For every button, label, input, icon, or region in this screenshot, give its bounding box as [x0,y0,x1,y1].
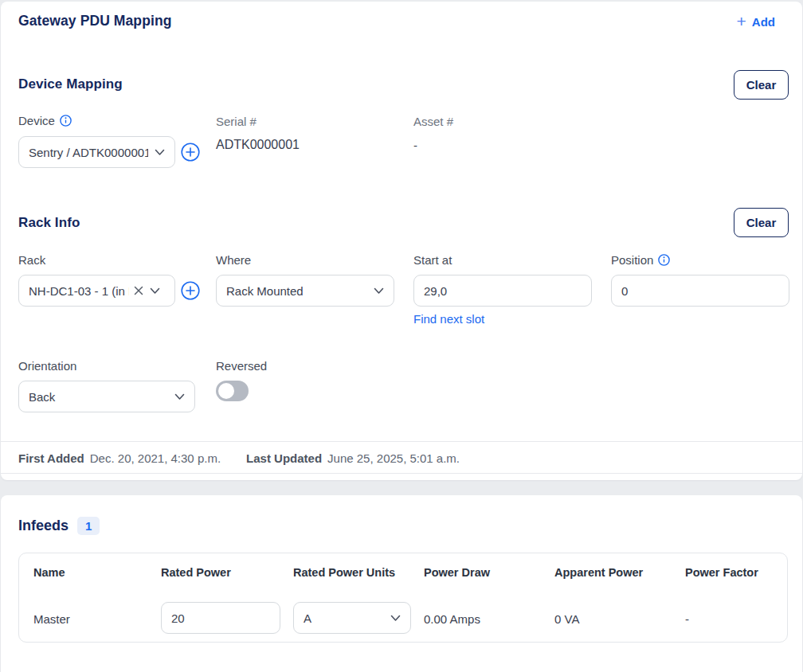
asset-value: - [413,139,417,152]
rated-power-units-value: A [304,611,390,625]
device-select-value: Sentry / ADTK0000001 [29,146,148,159]
clear-x-icon[interactable] [134,286,143,295]
orientation-label: Orientation [18,359,76,373]
col-header-rated-power-units: Rated Power Units [293,566,395,579]
rack-select[interactable]: NH-DC1-03 - 1 (in NH [18,275,175,307]
rack-info-clear-button[interactable]: Clear [734,208,789,237]
apparent-power-value: 0 VA [554,612,579,626]
where-select[interactable]: Rack Mounted [216,275,394,307]
first-added: First Added Dec. 20, 2021, 4:30 p.m. [18,451,221,465]
find-next-slot-link[interactable]: Find next slot [413,312,484,326]
infeeds-heading: Infeeds [18,518,69,534]
position-label: Position [611,253,670,267]
device-mapping-clear-button[interactable]: Clear [734,70,789,100]
start-at-input-value: 29,0 [424,284,447,298]
power-draw-value: 0.00 Amps [424,612,480,626]
infeeds-count-badge: 1 [77,517,100,535]
where-select-value: Rack Mounted [226,284,367,298]
last-updated-value: June 25, 2025, 5:01 a.m. [327,451,460,465]
first-added-value: Dec. 20, 2021, 4:30 p.m. [90,451,221,465]
record-timestamps: First Added Dec. 20, 2021, 4:30 p.m. Las… [18,451,460,465]
info-icon[interactable] [658,254,670,266]
power-factor-value: - [685,612,689,626]
card-bottom-divider [1,473,802,474]
chevron-down-icon [155,149,165,156]
infeeds-card: Infeeds 1 Name Rated Power Rated Power U… [1,495,802,672]
start-at-label: Start at [413,253,452,267]
rated-power-units-select[interactable]: A [293,602,411,634]
serial-label: Serial # [216,115,257,128]
last-updated-label: Last Updated [246,451,322,465]
rack-label: Rack [18,253,45,267]
rack-select-value: NH-DC1-03 - 1 (in NH [29,284,129,298]
where-label: Where [216,253,251,267]
chevron-down-icon [390,615,401,622]
col-header-power-draw: Power Draw [424,566,490,579]
device-label: Device [18,114,72,127]
position-input-value: 0 [621,284,628,298]
position-input[interactable]: 0 [611,275,789,307]
device-mapping-heading: Device Mapping [18,76,123,92]
col-header-apparent-power: Apparent Power [554,566,643,579]
plus-icon: + [737,14,746,29]
infeeds-header: Infeeds 1 [18,517,100,535]
add-button[interactable]: + Add [737,14,775,29]
add-device-icon[interactable] [181,143,200,162]
start-at-input[interactable]: 29,0 [413,275,592,307]
infeed-name: Master [33,612,70,626]
infeeds-table: Name Rated Power Rated Power Units Power… [18,553,788,643]
gateway-pdu-mapping-card: Gateway PDU Mapping + Add Device Mapping… [1,2,802,480]
serial-value: ADTK0000001 [216,138,300,152]
asset-label: Asset # [413,115,453,128]
col-header-rated-power: Rated Power [161,566,231,579]
col-header-name: Name [33,566,65,579]
chevron-down-icon [150,287,160,295]
rated-power-input-value: 20 [171,611,185,625]
first-added-label: First Added [18,451,84,465]
add-button-label: Add [752,15,775,29]
last-updated: Last Updated June 25, 2025, 5:01 a.m. [246,451,460,465]
page-title: Gateway PDU Mapping [18,13,172,29]
rated-power-input[interactable]: 20 [161,602,280,634]
col-header-power-factor: Power Factor [685,566,758,579]
reversed-toggle[interactable] [216,381,249,401]
toggle-knob [218,383,234,399]
chevron-down-icon [174,393,185,400]
reversed-label: Reversed [216,359,267,373]
info-icon[interactable] [60,115,72,127]
orientation-select-value: Back [29,390,168,404]
orientation-select[interactable]: Back [18,381,195,412]
device-select[interactable]: Sentry / ADTK0000001 [18,136,175,168]
footer-divider [1,441,802,442]
rack-info-heading: Rack Info [18,215,80,231]
add-rack-icon[interactable] [181,281,200,300]
chevron-down-icon [374,287,384,295]
